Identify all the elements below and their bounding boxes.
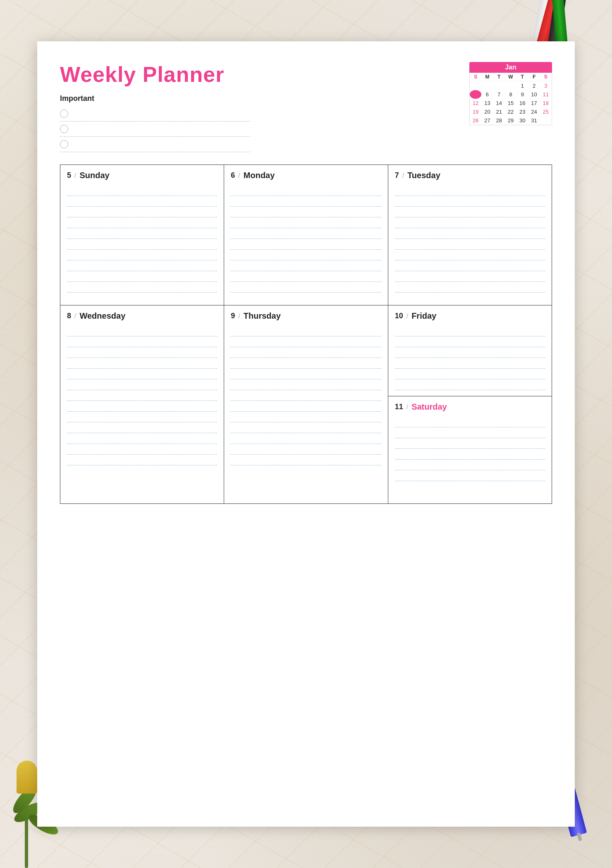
line <box>231 271 381 282</box>
cal-hdr-fri: F <box>528 73 540 81</box>
monday-lines <box>231 185 381 293</box>
tuesday-num: 7 <box>395 171 399 180</box>
friday-slash: / <box>406 312 408 320</box>
line <box>395 427 545 438</box>
cal-cell: 31 <box>528 116 540 125</box>
line <box>395 347 545 358</box>
important-item-2 <box>60 122 250 137</box>
cal-cell: 8 <box>505 90 516 99</box>
line <box>395 207 545 217</box>
cal-cell: 15 <box>505 99 516 107</box>
sunday-name: Sunday <box>79 171 109 180</box>
cal-cell: 29 <box>505 116 516 125</box>
title-area: Weekly Planner Important <box>60 62 250 152</box>
line <box>395 271 545 282</box>
mini-calendar: Jan S M T W T F S 1 <box>469 62 552 125</box>
saturday-name: Saturday <box>411 402 447 412</box>
friday-saturday-col: 10 / Friday 11 / Saturday <box>388 305 552 504</box>
line <box>67 379 217 390</box>
line <box>67 422 217 433</box>
line <box>67 326 217 336</box>
line <box>67 433 217 444</box>
day-wednesday: 8 / Wednesday <box>60 305 224 504</box>
calendar-week-2: 5 6 7 8 9 10 11 <box>470 90 552 99</box>
line <box>67 444 217 455</box>
cal-cell: 23 <box>516 107 528 116</box>
cal-hdr-sun: S <box>470 73 481 81</box>
line <box>395 250 545 260</box>
line <box>231 455 381 465</box>
cal-hdr-sat: S <box>540 73 552 81</box>
line <box>231 250 381 260</box>
line <box>67 390 217 401</box>
line <box>395 217 545 228</box>
line <box>231 260 381 271</box>
cal-hdr-thu: T <box>516 73 528 81</box>
saturday-header: 11 / Saturday <box>395 402 545 412</box>
cal-cell <box>470 81 481 90</box>
cal-cell: 19 <box>470 107 481 116</box>
line <box>231 444 381 455</box>
line <box>67 369 217 379</box>
wednesday-lines <box>67 326 217 465</box>
day-tuesday: 7 / Tuesday <box>388 165 552 305</box>
checkbox-3[interactable] <box>60 140 68 148</box>
tuesday-name: Tuesday <box>407 171 440 180</box>
line <box>67 207 217 217</box>
wednesday-slash: / <box>74 312 76 320</box>
cal-cell <box>493 81 505 90</box>
cal-cell: 10 <box>528 90 540 99</box>
cal-cell: 3 <box>540 81 552 90</box>
cal-cell: 9 <box>516 90 528 99</box>
line <box>395 282 545 293</box>
checkbox-1[interactable] <box>60 110 68 118</box>
calendar-week-1: 1 2 3 <box>470 81 552 90</box>
line <box>231 196 381 207</box>
line <box>395 417 545 427</box>
sunday-header: 5 / Sunday <box>67 171 217 180</box>
cal-cell: 7 <box>493 90 505 99</box>
thursday-header: 9 / Thursday <box>231 311 381 321</box>
thursday-lines <box>231 326 381 465</box>
calendar-week-3: 12 13 14 15 16 17 18 <box>470 99 552 107</box>
line <box>67 239 217 250</box>
line <box>231 282 381 293</box>
cal-cell <box>540 116 552 125</box>
days-row-2: 8 / Wednesday 9 <box>60 305 552 504</box>
line <box>231 358 381 369</box>
line <box>231 379 381 390</box>
sunday-slash: / <box>74 172 76 179</box>
cal-cell: 17 <box>528 99 540 107</box>
line <box>395 228 545 239</box>
days-row-1: 5 / Sunday 6 / Monday <box>60 165 552 305</box>
tuesday-header: 7 / Tuesday <box>395 171 545 180</box>
thursday-slash: / <box>238 312 240 320</box>
line <box>67 271 217 282</box>
friday-lines <box>395 326 545 390</box>
line <box>395 185 545 196</box>
line <box>395 379 545 390</box>
cal-hdr-wed: W <box>505 73 516 81</box>
cal-cell: 16 <box>516 99 528 107</box>
line <box>395 260 545 271</box>
thursday-num: 9 <box>231 312 235 320</box>
calendar-week-5: 26 27 28 29 30 31 <box>470 116 552 125</box>
cal-cell: 5 <box>470 90 481 99</box>
line <box>395 196 545 207</box>
important-item-3 <box>60 137 250 152</box>
line <box>67 358 217 369</box>
line <box>395 460 545 470</box>
line <box>231 347 381 358</box>
checkbox-2[interactable] <box>60 125 68 133</box>
line <box>231 185 381 196</box>
day-friday: 10 / Friday <box>388 305 552 396</box>
calendar-month-header: Jan <box>469 62 552 73</box>
line <box>231 207 381 217</box>
saturday-num: 11 <box>395 403 403 411</box>
monday-name: Monday <box>244 171 275 180</box>
important-list <box>60 106 250 152</box>
day-sunday: 5 / Sunday <box>60 165 224 305</box>
cal-cell: 11 <box>540 90 552 99</box>
cal-cell: 25 <box>540 107 552 116</box>
saturday-slash: / <box>406 403 408 411</box>
